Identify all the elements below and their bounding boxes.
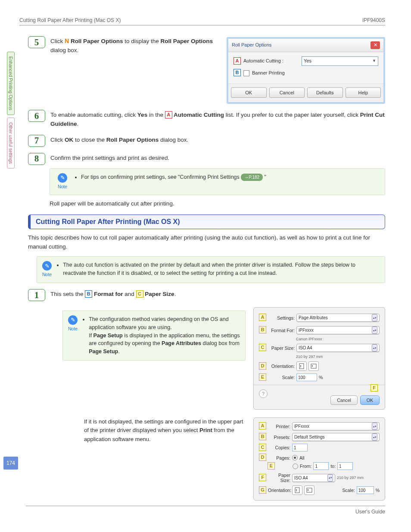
mac-print-panel: A Printer: iPFxxxx▴▾ B Presets: Default …	[253, 417, 385, 501]
letter-b-inline: B	[85, 290, 92, 298]
note-autocut: ✎ Note The auto cut function is activate…	[37, 256, 385, 283]
presets-select[interactable]: Default Settings▴▾	[292, 433, 380, 441]
note-config: ✎ Note The configuration method varies d…	[62, 311, 246, 361]
side-tab-other[interactable]: Other useful settings	[7, 118, 15, 168]
scale-label2: Scale:	[342, 488, 355, 493]
step-7: 7 Click OK to close the Roll Paper Optio…	[28, 135, 385, 147]
presets-label: Presets:	[268, 435, 290, 440]
roll-paper-options-dialog: Roll Paper Options ✕ A Automatic Cutting…	[227, 37, 385, 104]
ok-button[interactable]: OK	[231, 87, 267, 98]
note-icon: ✎	[58, 173, 67, 183]
section-intro: This topic describes how to cut roll pap…	[28, 233, 385, 252]
pages-all-label: All	[299, 455, 305, 460]
to-input[interactable]: 1	[337, 462, 353, 470]
page-link-182[interactable]: →P.182	[241, 174, 263, 181]
banner-printing-label: Banner Printing	[252, 69, 285, 77]
automatic-cutting-dropdown[interactable]: Yes▼	[302, 56, 378, 66]
banner-printing-checkbox[interactable]	[243, 70, 249, 76]
header-left: Cutting Roll Paper After Printing (Mac O…	[19, 17, 121, 23]
page-number-badge: 174	[3, 457, 18, 470]
page-header: Cutting Roll Paper After Printing (Mac O…	[19, 17, 385, 25]
format-for-sub: Canon iPFxxxx	[296, 337, 322, 341]
pages-all-radio[interactable]	[292, 455, 298, 460]
copies-input[interactable]: 1	[292, 444, 308, 451]
letter-a-inline: A	[165, 111, 172, 118]
note-tips: ✎ Note For tips on confirming print sett…	[50, 168, 385, 195]
footer-text: User's Guide	[355, 509, 385, 515]
letter-b-mac2: B	[259, 433, 266, 440]
orientation-landscape-button2[interactable]	[304, 485, 314, 495]
svg-rect-1	[311, 364, 316, 368]
letter-a: A	[234, 57, 241, 65]
ok-button[interactable]: OK	[360, 395, 380, 405]
orientation-portrait-button2[interactable]	[292, 485, 302, 495]
letter-b: B	[234, 69, 241, 76]
section-heading: Cutting Roll Paper After Printing (Mac O…	[28, 215, 385, 229]
help-button[interactable]: Help	[346, 87, 381, 98]
step-8-number: 8	[28, 153, 45, 165]
paper-size-label2: Paper Size:	[268, 473, 290, 483]
close-icon[interactable]: ✕	[371, 41, 380, 49]
note-icon: ✎	[42, 261, 52, 271]
scale-input2[interactable]: 100	[357, 486, 374, 494]
svg-rect-3	[307, 488, 312, 492]
step-5-number: 5	[28, 36, 45, 48]
note-label: Note	[68, 326, 78, 333]
printer-label: Printer:	[268, 424, 290, 429]
from-label: From:	[300, 464, 311, 469]
pages-label: Pages:	[268, 455, 290, 460]
header-right: iPF9400S	[362, 17, 385, 23]
step-5-text: Click N Roll Paper Options to display th…	[50, 38, 213, 53]
copies-label: Copies:	[268, 445, 290, 450]
letter-g-mac2: G	[259, 486, 266, 494]
letter-a-mac2: A	[259, 422, 266, 429]
step-7-number: 7	[28, 135, 45, 147]
step-1: 1 This sets the B Format for and C Paper…	[28, 289, 385, 301]
step-8: 8 Confirm the print settings and print a…	[28, 153, 385, 165]
mac-page-attributes-panel: A Settings: Page Attributes▴▾ B Format F…	[253, 307, 385, 410]
cancel-button[interactable]: Cancel	[269, 87, 305, 98]
letter-e-mac2: E	[268, 462, 275, 470]
paper-size-sub2: 210 by 297 mm	[337, 476, 364, 480]
orientation-label2: Orientation:	[268, 488, 290, 493]
printer-select[interactable]: iPFxxxx▴▾	[292, 422, 380, 430]
letter-e-mac: E	[259, 373, 266, 381]
note-label: Note	[42, 271, 52, 278]
scale-input[interactable]: 100	[296, 373, 317, 381]
to-label: to:	[330, 464, 336, 469]
dialog-title: Roll Paper Options	[232, 41, 271, 49]
letter-b-mac: B	[259, 326, 266, 333]
format-for-select[interactable]: iPFxxxx▴▾	[296, 326, 380, 334]
scale-percent2: %	[376, 488, 380, 493]
step-6: 6 To enable automatic cutting, click Yes…	[28, 110, 385, 129]
from-input[interactable]: 1	[313, 462, 329, 470]
letter-n: N	[65, 38, 69, 44]
format-for-label: Format For:	[268, 328, 295, 333]
letter-c-mac: C	[259, 344, 266, 351]
page-footer: User's Guide	[26, 506, 385, 515]
orientation-label: Orientation:	[268, 364, 295, 369]
side-tab-enhanced[interactable]: Enhanced Printing Options	[7, 52, 15, 115]
pages-from-radio[interactable]	[293, 464, 298, 469]
paper-size-select2[interactable]: ISO A4▴▾	[292, 474, 335, 482]
paper-size-sub: 210 by 297 mm	[296, 355, 323, 359]
after-note-text: Roll paper will be automatically cut aft…	[50, 200, 385, 207]
automatic-cutting-label: Automatic Cutting :	[243, 57, 283, 65]
scale-label: Scale:	[268, 375, 295, 380]
letter-f-mac: F	[371, 384, 378, 392]
letter-d-mac: D	[259, 362, 266, 370]
letter-c-mac2: C	[259, 444, 266, 451]
paper-size-label: Paper Size:	[268, 345, 295, 351]
settings-select[interactable]: Page Attributes▴▾	[296, 314, 380, 322]
side-tabs: Enhanced Printing Options Other useful s…	[7, 52, 15, 171]
paper-size-select[interactable]: ISO A4▴▾	[296, 344, 380, 352]
defaults-button[interactable]: Defaults	[307, 87, 343, 98]
settings-label: Settings:	[268, 315, 295, 320]
letter-a-mac: A	[259, 314, 266, 321]
orientation-portrait-button[interactable]	[296, 361, 307, 371]
svg-rect-2	[295, 488, 299, 493]
letter-c-inline: C	[136, 290, 143, 298]
orientation-landscape-button[interactable]	[308, 361, 319, 371]
cancel-button[interactable]: Cancel	[330, 395, 358, 405]
note-icon: ✎	[68, 315, 78, 325]
